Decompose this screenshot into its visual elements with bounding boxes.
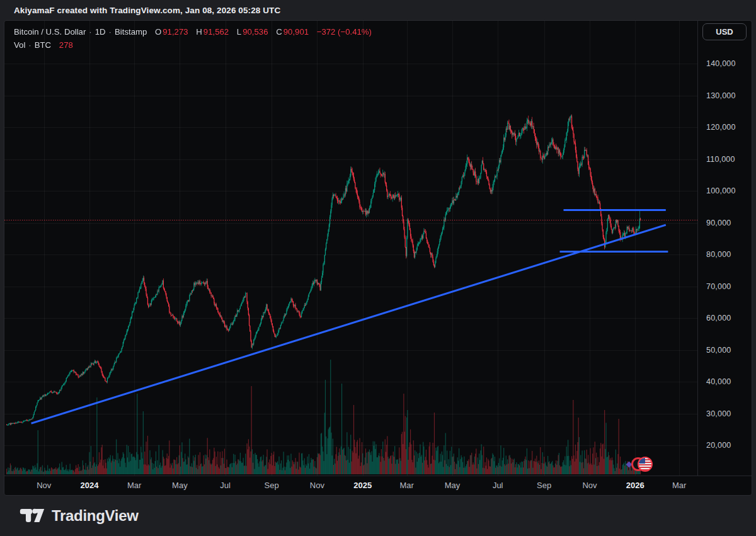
separator-dot: · xyxy=(89,25,91,38)
time-tick-label: Sep xyxy=(537,476,551,494)
open-value: O91,273 xyxy=(155,25,188,38)
chart-widget: Bitcoin / U.S. Dollar·1D·Bitstamp O91,27… xyxy=(4,20,752,496)
price-tick-label: 90,000 xyxy=(706,219,731,227)
time-tick-label: Nov xyxy=(310,476,324,494)
price-tick-label: 70,000 xyxy=(706,282,731,291)
time-tick-label: Jul xyxy=(493,476,503,494)
interval-value[interactable]: 1D xyxy=(95,25,106,38)
tradingview-logo-icon[interactable] xyxy=(19,507,45,525)
time-axis[interactable]: Nov2024MarMayJulSepNov2025MarMayJulSepNo… xyxy=(4,476,752,496)
time-tick-label: 2026 xyxy=(626,476,644,494)
symbol-title[interactable]: Bitcoin / U.S. Dollar xyxy=(14,25,86,38)
price-tick-label: 110,000 xyxy=(706,155,735,164)
price-tick-label: 100,000 xyxy=(706,186,736,195)
low-value: L90,536 xyxy=(237,25,268,38)
volume-current-value: 278 xyxy=(59,38,73,52)
time-tick-label: Sep xyxy=(265,476,279,494)
price-tick-label: 40,000 xyxy=(706,377,731,386)
exchange-name[interactable]: Bitstamp xyxy=(115,25,147,38)
time-tick-label: Mar xyxy=(672,476,686,494)
volume-label: Vol xyxy=(14,38,25,52)
separator-dot: · xyxy=(28,38,31,52)
price-tick-label: 60,000 xyxy=(706,314,731,322)
price-tick-label: 140,000 xyxy=(706,59,736,68)
tradingview-wordmark: TradingView xyxy=(52,507,139,525)
volume-row[interactable]: Vol·BTC 278 xyxy=(14,38,372,52)
us-flag-icon xyxy=(638,457,653,472)
time-tick-label: Mar xyxy=(399,476,413,494)
price-chart-canvas[interactable] xyxy=(4,21,697,476)
time-tick-label: Mar xyxy=(127,476,141,494)
high-value: H91,562 xyxy=(196,25,229,38)
change-value: −372 (−0.41%) xyxy=(317,25,372,38)
price-axis[interactable]: 90,901 18:31:44 278 140,000130,000120,00… xyxy=(697,21,752,476)
economic-event-marker[interactable] xyxy=(627,455,655,475)
time-tick-label: 2025 xyxy=(353,476,372,494)
symbol-row[interactable]: Bitcoin / U.S. Dollar·1D·Bitstamp O91,27… xyxy=(14,25,372,38)
price-tick-label: 120,000 xyxy=(706,123,736,132)
price-tick-label: 30,000 xyxy=(706,409,731,418)
time-tick-label: May xyxy=(172,476,188,494)
price-tick-label: 50,000 xyxy=(706,346,731,355)
volume-unit: BTC xyxy=(35,38,51,52)
price-tick-label: 80,000 xyxy=(706,250,731,259)
time-tick-label: 2024 xyxy=(81,476,99,494)
price-tick-label: 130,000 xyxy=(706,91,736,100)
footer: TradingView xyxy=(0,496,756,536)
attribution-bar: AkiyamaF created with TradingView.com, J… xyxy=(0,0,756,20)
time-tick-label: Nov xyxy=(582,476,597,494)
close-value: C90,901 xyxy=(276,25,309,38)
time-tick-label: Jul xyxy=(220,476,231,494)
price-tick-label: 20,000 xyxy=(706,441,731,450)
attribution-text: AkiyamaF created with TradingView.com, J… xyxy=(14,6,280,15)
chart-legend: Bitcoin / U.S. Dollar·1D·Bitstamp O91,27… xyxy=(14,25,372,52)
separator-dot: · xyxy=(109,25,112,38)
time-tick-label: Nov xyxy=(37,476,51,494)
time-tick-label: May xyxy=(445,476,461,494)
